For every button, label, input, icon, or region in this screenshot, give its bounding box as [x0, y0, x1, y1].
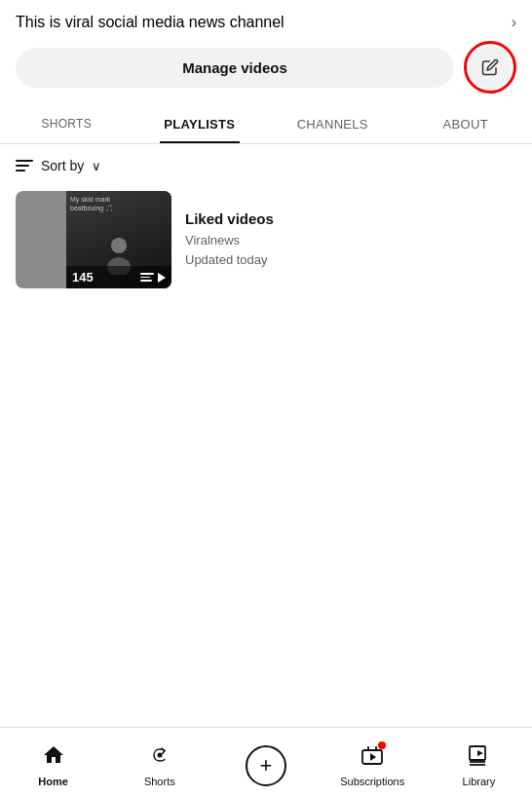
tab-playlists[interactable]: PLAYLISTS [133, 105, 267, 143]
nav-item-library[interactable]: Library [426, 738, 532, 787]
shorts-icon [148, 743, 171, 773]
add-circle-icon: + [246, 745, 286, 786]
library-icon [467, 743, 490, 773]
nav-label-home: Home [38, 776, 68, 787]
sort-icon [16, 160, 33, 171]
nav-label-shorts: Shorts [144, 776, 175, 787]
thumb-col2: My skid mark beatboxing 🎵 145 [66, 191, 171, 288]
playlist-channel: Viralnews [185, 231, 516, 250]
add-icon: + [246, 745, 286, 786]
tabs-bar: SHORTS PLAYLISTS CHANNELS ABOUT [0, 105, 532, 144]
list-lines-icon [140, 273, 154, 282]
home-icon [42, 743, 65, 773]
subscriptions-icon [361, 743, 384, 773]
channel-description: This is viral social media news channel [16, 14, 285, 31]
sort-row[interactable]: Sort by ∨ [0, 144, 532, 183]
manage-videos-button[interactable]: Manage videos [16, 48, 454, 88]
nav-item-subscriptions[interactable]: Subscriptions [320, 738, 426, 787]
nav-item-home[interactable]: Home [0, 738, 106, 787]
tab-channels[interactable]: CHANNELS [266, 105, 399, 143]
nav-label-subscriptions: Subscriptions [340, 776, 404, 787]
thumb-text-overlay: My skid mark beatboxing 🎵 [70, 195, 114, 212]
thumb-bottom-bar: 145 [66, 266, 171, 288]
thumb-col1 [16, 191, 66, 288]
chevron-right-icon[interactable]: › [512, 14, 516, 31]
manage-row: Manage videos [0, 41, 532, 105]
svg-point-2 [157, 753, 162, 758]
svg-marker-8 [477, 750, 483, 756]
edit-button-wrapper [464, 41, 516, 94]
playlist-thumbnail: My skid mark beatboxing 🎵 145 [16, 191, 171, 288]
nav-item-add[interactable]: + [212, 740, 319, 786]
play-triangle-icon [158, 273, 166, 283]
nav-item-shorts[interactable]: Shorts [106, 738, 212, 787]
bottom-nav: Home Shorts + Subsc [0, 727, 532, 797]
pencil-icon [481, 58, 499, 76]
svg-marker-4 [370, 753, 376, 761]
playlist-updated: Updated today [185, 250, 516, 270]
subscription-badge-dot [378, 741, 386, 749]
playlist-title: Liked videos [185, 210, 516, 227]
tab-about[interactable]: ABOUT [399, 105, 533, 143]
playlist-play-control [140, 273, 166, 283]
nav-label-library: Library [463, 776, 496, 787]
sort-chevron-icon: ∨ [92, 159, 101, 173]
top-bar: This is viral social media news channel … [0, 0, 532, 41]
edit-button[interactable] [469, 46, 512, 89]
tab-shorts[interactable]: SHORTS [0, 105, 133, 143]
svg-point-0 [111, 238, 127, 253]
sort-label: Sort by [41, 158, 84, 173]
video-count-badge: 145 [72, 270, 94, 285]
playlist-info: Liked videos Viralnews Updated today [185, 210, 516, 269]
playlist-item[interactable]: My skid mark beatboxing 🎵 145 [0, 183, 532, 296]
